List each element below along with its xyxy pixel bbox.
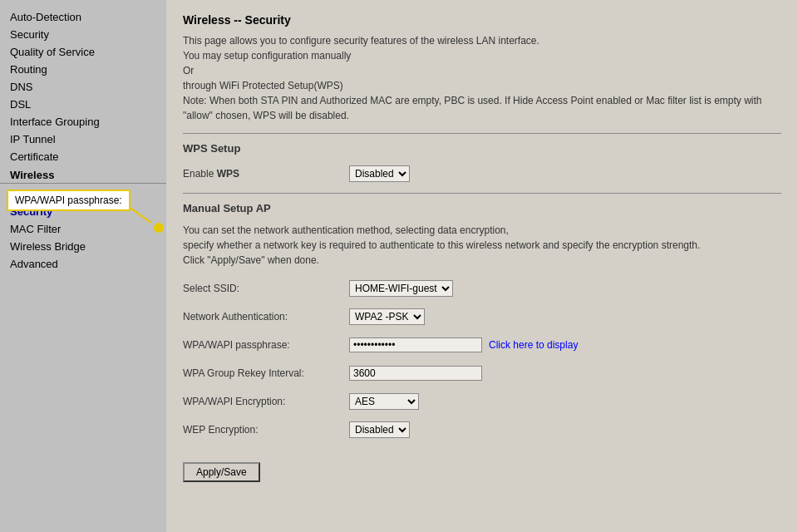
sidebar-item-advanced[interactable]: Advanced: [0, 255, 166, 273]
desc-line5: Note: When both STA PIN and Authorized M…: [183, 95, 762, 121]
sidebar-item-ip-tunnel[interactable]: IP Tunnel: [0, 131, 166, 148]
enable-wps-label: Enable WPS: [183, 168, 349, 180]
select-ssid-row: Select SSID: HOME-WIFI-guest: [183, 278, 781, 299]
sidebar: Auto-DetectionSecurityQuality of Service…: [0, 0, 166, 532]
rekey-input[interactable]: [349, 366, 482, 381]
wireless-section-header: Wireless: [0, 165, 166, 184]
sidebar-item-qos[interactable]: Quality of Service: [0, 43, 166, 61]
sidebar-item-auto-detection[interactable]: Auto-Detection: [0, 8, 166, 26]
encryption-row: WPA/WAPI Encryption: AESTKIPTKIP+AES: [183, 391, 781, 412]
desc-line2: You may setup configuration manually: [183, 50, 351, 62]
sidebar-item-dns[interactable]: DNS: [0, 78, 166, 96]
apply-save-button[interactable]: Apply/Save: [183, 462, 260, 482]
sidebar-item-certificate[interactable]: Certificate: [0, 148, 166, 165]
passphrase-row: WPA/WAPI passphrase: Click here to displ…: [183, 334, 781, 356]
manual-desc1: You can set the network authentication m…: [183, 224, 509, 236]
manual-section-header: Manual Setup AP: [183, 202, 781, 214]
network-auth-select[interactable]: WPA2 -PSKOpenWPA-PSKWPA2: [349, 308, 425, 325]
rekey-label: WPA Group Rekey Interval:: [183, 367, 349, 379]
divider-2: [183, 193, 781, 194]
wep-row: WEP Encryption: DisabledEnabled: [183, 419, 781, 441]
rekey-row: WPA Group Rekey Interval:: [183, 362, 781, 384]
click-to-display-link[interactable]: Click here to display: [489, 339, 578, 351]
sidebar-item-security-top[interactable]: Security: [0, 26, 166, 43]
desc-line4: through WiFi Protected Setup(WPS): [183, 80, 343, 91]
tooltip-arrow: [154, 223, 164, 233]
desc-line3: Or: [183, 65, 194, 76]
top-nav: Auto-DetectionSecurityQuality of Service…: [0, 8, 166, 165]
manual-desc2: specify whether a network key is require…: [183, 239, 700, 251]
enable-wps-select[interactable]: DisabledEnabled: [349, 165, 410, 182]
wep-label: WEP Encryption:: [183, 424, 349, 436]
page-title: Wireless -- Security: [183, 13, 781, 27]
encryption-select[interactable]: AESTKIPTKIP+AES: [349, 393, 419, 410]
passphrase-label: WPA/WAPI passphrase:: [183, 339, 349, 351]
passphrase-input[interactable]: [349, 337, 482, 352]
sidebar-item-interface-grouping[interactable]: Interface Grouping: [0, 113, 166, 131]
sidebar-item-wireless-bridge[interactable]: Wireless Bridge: [0, 238, 166, 255]
sidebar-item-dsl[interactable]: DSL: [0, 96, 166, 113]
network-auth-row: Network Authentication: WPA2 -PSKOpenWPA…: [183, 306, 781, 328]
divider-1: [183, 133, 781, 134]
apply-row: Apply/Save: [183, 454, 781, 482]
manual-desc3: Click "Apply/Save" when done.: [183, 254, 319, 266]
manual-description: You can set the network authentication m…: [183, 223, 781, 268]
select-ssid-select[interactable]: HOME-WIFI-guest: [349, 280, 453, 297]
network-auth-label: Network Authentication:: [183, 311, 349, 323]
sidebar-item-routing[interactable]: Routing: [0, 61, 166, 78]
encryption-label: WPA/WAPI Encryption:: [183, 396, 349, 407]
desc-line1: This page allows you to configure securi…: [183, 35, 539, 47]
enable-wps-row: Enable WPS DisabledEnabled: [183, 163, 781, 185]
sidebar-item-mac-filter[interactable]: MAC Filter: [0, 220, 166, 238]
main-content: Wireless -- Security This page allows yo…: [166, 0, 798, 532]
wep-select[interactable]: DisabledEnabled: [349, 421, 410, 438]
description-block: This page allows you to configure securi…: [183, 33, 781, 123]
tooltip-label: WPA/WAPI passphrase:: [15, 195, 122, 206]
wps-section-header: WPS Setup: [183, 142, 781, 155]
select-ssid-label: Select SSID:: [183, 283, 349, 294]
tooltip-box: WPA/WAPI passphrase:: [7, 190, 131, 211]
